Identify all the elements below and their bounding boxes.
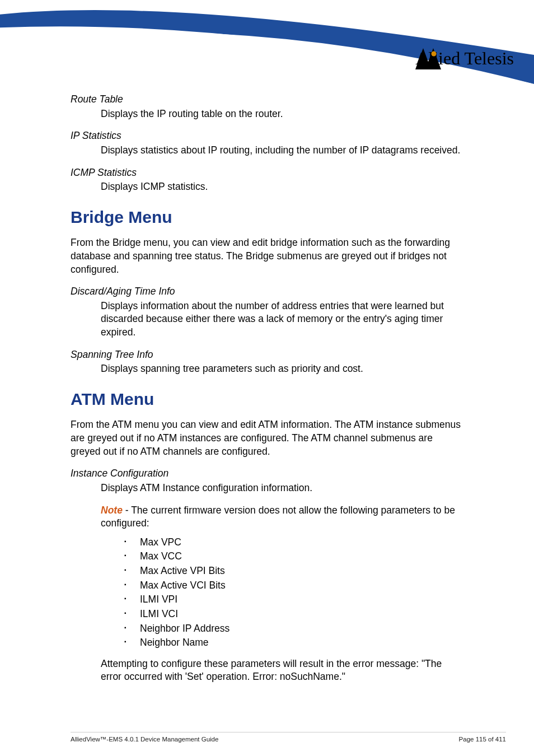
- svg-point-2: [432, 52, 437, 57]
- page-content: Route Table Displays the IP routing tabl…: [0, 93, 534, 684]
- page-footer: AlliedView™-EMS 4.0.1 Device Management …: [71, 732, 506, 743]
- note-text: - The current firmware version does not …: [101, 505, 455, 529]
- instance-config-term: Instance Configuration: [71, 467, 463, 480]
- bridge-menu-heading: Bridge Menu: [71, 206, 463, 229]
- brand-logo: Allied Telesis: [415, 48, 514, 69]
- route-table-desc: Displays the IP routing table on the rou…: [101, 108, 463, 121]
- ip-statistics-term: IP Statistics: [71, 129, 463, 143]
- list-item: Max Active VPI Bits: [124, 564, 463, 578]
- page-header-banner: Allied Telesis: [0, 0, 534, 84]
- list-item: Neighbor Name: [124, 636, 463, 650]
- footer-right: Page 115 of 411: [459, 736, 506, 743]
- spanning-tree-desc: Displays spanning tree parameters such a…: [101, 362, 463, 376]
- icmp-statistics-desc: Displays ICMP statistics.: [101, 180, 463, 194]
- atm-menu-heading: ATM Menu: [71, 388, 463, 411]
- list-item: Max Active VCI Bits: [124, 579, 463, 592]
- list-item: Max VPC: [124, 536, 463, 549]
- footer-left: AlliedView™-EMS 4.0.1 Device Management …: [71, 736, 218, 743]
- page: Allied Telesis Route Table Displays the …: [0, 0, 534, 756]
- header-swoosh: [0, 0, 534, 84]
- param-list: Max VPC Max VCC Max Active VPI Bits Max …: [71, 536, 463, 650]
- list-item: Max VCC: [124, 550, 463, 563]
- discard-aging-term: Discard/Aging Time Info: [71, 285, 463, 298]
- attempt-message: Attempting to configure these parameters…: [101, 657, 463, 684]
- instance-config-desc: Displays ATM Instance configuration info…: [101, 482, 463, 495]
- note-label: Note: [101, 505, 123, 516]
- list-item: ILMI VCI: [124, 608, 463, 621]
- list-item: Neighbor IP Address: [124, 622, 463, 636]
- note-paragraph: Note - The current firmware version does…: [101, 504, 463, 530]
- list-item: ILMI VPI: [124, 593, 463, 606]
- ip-statistics-desc: Displays statistics about IP routing, in…: [101, 144, 463, 157]
- atm-menu-intro: From the ATM menu you can view and edit …: [71, 418, 463, 458]
- icmp-statistics-term: ICMP Statistics: [71, 166, 463, 180]
- discard-aging-desc: Displays information about the number of…: [101, 300, 463, 339]
- route-table-term: Route Table: [71, 93, 463, 106]
- spanning-tree-term: Spanning Tree Info: [71, 348, 463, 362]
- logo-mark-icon: [415, 48, 441, 69]
- bridge-menu-intro: From the Bridge menu, you can view and e…: [71, 236, 463, 276]
